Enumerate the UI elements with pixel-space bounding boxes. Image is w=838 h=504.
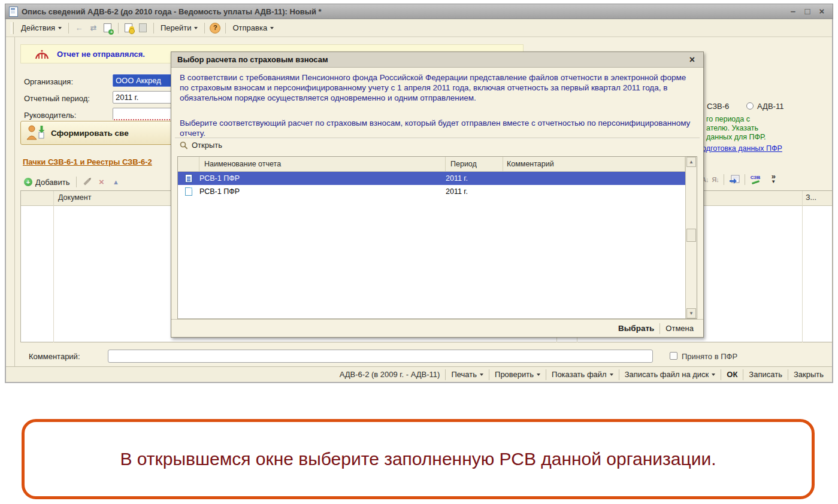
scroll-down-button[interactable]: ▼: [686, 308, 696, 318]
report-period: 2011 г.: [446, 187, 503, 196]
generate-button[interactable]: Сформировать све: [20, 121, 177, 145]
comment-label: Комментарий:: [29, 352, 80, 361]
chevron-down-icon: ▼: [771, 179, 776, 185]
report-name: РСВ-1 ПФР: [199, 187, 446, 196]
window-title: Опись сведений АДВ-6-2 (до 2010 года - В…: [22, 7, 786, 16]
select-button[interactable]: Выбрать: [616, 323, 657, 334]
sort-desc-icon[interactable]: Я↓: [712, 176, 718, 183]
scrollbar[interactable]: ▲ ▼: [685, 157, 697, 318]
toolbar-grip[interactable]: [11, 22, 14, 34]
send-menu[interactable]: Отправка: [229, 22, 277, 34]
period-label: Отчетный период:: [24, 94, 90, 103]
annotation-text: В открывшемся окне выберите заполненную …: [120, 444, 716, 475]
divider: [788, 369, 788, 380]
divider: [225, 23, 226, 34]
edit-icon[interactable]: [81, 177, 93, 187]
caret-down-icon: [610, 374, 613, 376]
toolbar-overflow[interactable]: » ▼: [771, 174, 776, 185]
divider: [153, 23, 154, 34]
name-column-header[interactable]: Наименование отчета: [199, 157, 446, 171]
search-icon: [180, 141, 188, 150]
dialog-titlebar[interactable]: Выбор расчета по страховым взносам ×: [171, 52, 703, 68]
previous-icon[interactable]: ←: [73, 23, 85, 34]
report-name: РСВ-1 ПФР: [199, 174, 446, 183]
dialog-title: Выбор расчета по страховым взносам: [177, 55, 687, 64]
generate-button-label: Сформировать све: [51, 129, 129, 138]
divider: [76, 177, 77, 187]
radio-adv11[interactable]: [746, 102, 754, 110]
right-column-header[interactable]: З...: [806, 193, 816, 202]
table-row[interactable]: РСВ-1 ПФР 2011 г.: [178, 185, 697, 198]
actions-menu[interactable]: Действия: [17, 22, 65, 34]
organization-field[interactable]: ООО Аккред: [113, 74, 180, 87]
scroll-up-button[interactable]: ▲: [686, 157, 696, 167]
dialog-footer: Выбрать Отмена: [171, 319, 703, 337]
annotation-callout: В открывшемся окне выберите заполненную …: [22, 419, 815, 499]
report-icon[interactable]: [728, 174, 740, 185]
add-button[interactable]: + Добавить: [20, 177, 73, 188]
dialog-table[interactable]: Наименование отчета Период Комментарий Р…: [177, 156, 697, 319]
divider: [489, 369, 489, 380]
show-file-button[interactable]: Показать файл: [549, 369, 616, 380]
verify-button[interactable]: Проверить: [492, 369, 543, 380]
comment-column-header[interactable]: Комментарий: [503, 157, 685, 171]
bottom-button-bar: АДВ-6-2 (в 2009 г. - АДВ-11) Печать Пров…: [6, 366, 832, 382]
radio-adv11-label[interactable]: АДВ-11: [757, 102, 783, 111]
hint-text: го периода с ателю. Указать данных для П…: [706, 115, 766, 142]
save-file-button[interactable]: Записать файл на диск: [622, 369, 718, 380]
comment-input[interactable]: [108, 350, 653, 363]
post-document-icon[interactable]: [123, 23, 135, 34]
divider: [445, 369, 446, 380]
pfr-logo-icon: [34, 48, 50, 60]
packs-toolbar-right: А↓ Я↓ СЗВ » ▼: [700, 174, 776, 185]
divider: [204, 23, 205, 34]
divider: [175, 138, 700, 139]
dialog-close-button[interactable]: ×: [687, 54, 697, 65]
help-icon[interactable]: ?: [209, 23, 221, 34]
dialog-info-text-2: Выберите соответствующий расчет по страх…: [180, 118, 694, 138]
screen: Опись сведений АДВ-6-2 (до 2010 года - В…: [0, 0, 838, 504]
divider: [745, 174, 745, 185]
open-button-label: Открыть: [192, 141, 222, 150]
caret-down-icon: [194, 27, 198, 29]
divider: [743, 369, 743, 380]
packs-toolbar: + Добавить × ▲: [20, 175, 123, 189]
scroll-thumb[interactable]: [686, 229, 696, 242]
save-button[interactable]: Записать: [746, 369, 785, 380]
accepted-checkbox-label[interactable]: Принято в ПФР: [682, 352, 737, 361]
accepted-checkbox[interactable]: [670, 352, 677, 360]
delete-icon[interactable]: ×: [95, 177, 107, 187]
close-button[interactable]: ×: [815, 5, 829, 18]
cancel-button[interactable]: Отмена: [663, 323, 696, 334]
divider: [546, 369, 546, 380]
report-document-icon: [185, 187, 192, 196]
document-column-header[interactable]: Документ: [58, 193, 91, 202]
divider: [118, 23, 119, 34]
pfr-data-link[interactable]: одготовка данных ПФР: [702, 144, 782, 153]
close-form-button[interactable]: Закрыть: [791, 369, 826, 380]
move-up-icon[interactable]: ▲: [110, 177, 122, 187]
goto-menu[interactable]: Перейти: [157, 22, 202, 34]
divider: [721, 369, 721, 380]
icon-column-header[interactable]: [178, 157, 199, 171]
column-divider: [53, 191, 54, 342]
window-titlebar[interactable]: Опись сведений АДВ-6-2 (до 2010 года - В…: [5, 4, 833, 19]
period-column-header[interactable]: Период: [446, 157, 503, 171]
window-document-icon: [9, 7, 18, 17]
report-document-icon: [185, 174, 192, 183]
dialog-table-header: Наименование отчета Период Комментарий: [178, 157, 697, 172]
table-row[interactable]: РСВ-1 ПФР 2011 г.: [178, 172, 697, 185]
plus-icon: +: [24, 178, 32, 186]
ok-button[interactable]: ОК: [724, 369, 740, 380]
radio-szv6-label[interactable]: СЗВ-6: [707, 102, 729, 111]
print-button[interactable]: Печать: [449, 369, 486, 380]
copy-add-icon[interactable]: +: [102, 23, 114, 34]
szv-export-icon[interactable]: СЗВ: [751, 175, 760, 183]
minimize-button[interactable]: –: [786, 5, 800, 18]
unpost-document-icon[interactable]: [137, 23, 149, 34]
organization-label: Организация:: [24, 77, 73, 86]
open-button[interactable]: Открыть: [180, 141, 222, 150]
panel-divider: [14, 37, 15, 366]
maximize-button[interactable]: □: [800, 5, 815, 18]
transfer-icon[interactable]: ⇄: [87, 23, 99, 34]
